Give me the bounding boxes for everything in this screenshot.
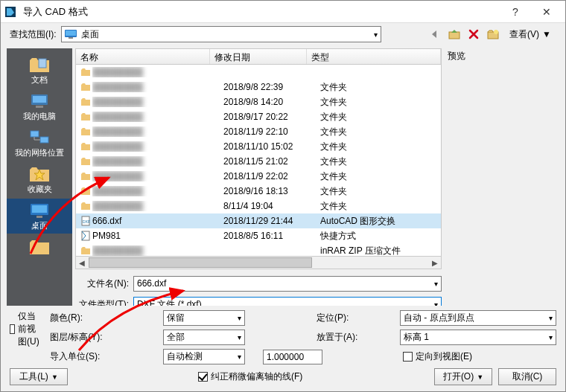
file-icon: DXF [79,216,92,226]
folder-icon [79,187,92,196]
layer-label: 图层/标高(Y): [50,331,162,344]
folder-icon [79,157,92,166]
sidebar-item-favorites[interactable]: 收藏夹 [7,162,72,197]
folder-icon [79,142,92,151]
svg-rect-23 [81,144,90,150]
delete-button[interactable] [465,26,482,42]
cancel-button[interactable]: 取消(C) [498,368,556,385]
table-row[interactable]: ████████2018/9/16 18:13文件夹 [76,184,441,199]
table-row[interactable]: PM9812018/8/5 16:11快捷方式 [76,228,441,243]
folder-icon [79,172,92,181]
tools-menu-button[interactable]: 工具(L)▼ [10,368,68,385]
window-title: 导入 CAD 格式 [23,5,500,19]
chevron-down-icon: ▾ [374,30,378,39]
lookin-value: 桌面 [81,28,99,41]
svg-rect-27 [81,204,90,210]
lookin-label: 查找范围(I): [10,28,57,41]
svg-rect-3 [449,32,460,39]
svg-rect-15 [32,205,47,213]
file-list-header: 名称 修改日期 类型 [75,48,442,65]
table-row[interactable]: ████████2018/11/5 21:02文件夹 [76,154,441,169]
filename-input[interactable]: 666.dxf ▾ [133,276,442,292]
app-icon [4,5,17,19]
svg-point-5 [494,30,498,34]
chevron-down-icon: ▾ [434,280,438,288]
svg-rect-11 [31,131,39,137]
folder-icon [79,83,92,91]
svg-rect-17 [30,242,49,254]
table-row[interactable]: DXF666.dxf2018/11/29 21:44AutoCAD 图形交换 [76,213,441,228]
svg-rect-26 [81,189,90,195]
svg-text:DXF: DXF [83,219,90,224]
unit-label: 导入单位(S): [50,350,162,363]
placeat-dropdown[interactable]: 标高 1▾ [400,330,556,345]
svg-rect-22 [81,129,90,135]
filename-label: 文件名(N): [75,277,129,290]
table-row[interactable]: ████████2018/11/10 15:02文件夹 [76,139,441,154]
scroll-left-icon[interactable]: ◀ [76,259,88,267]
open-button[interactable]: 打开(O)▼ [434,368,492,385]
orient-to-view-checkbox[interactable]: 定向到视图(E) [403,350,556,363]
checkbox-icon [403,352,413,362]
checkbox-icon [198,372,208,382]
folder-icon [79,127,92,136]
desktop-icon [65,30,77,39]
current-view-only-checkbox[interactable]: 仅当前视图(U) [10,310,44,348]
documents-icon [28,54,51,75]
svg-rect-16 [36,216,42,218]
sidebar-item-network[interactable]: 我的网络位置 [7,126,72,161]
sidebar-item-extra[interactable] [7,235,72,260]
help-button[interactable]: ? [500,1,531,22]
svg-rect-7 [39,59,46,68]
checkbox-icon [10,324,15,334]
layer-dropdown[interactable]: 全部▾ [163,330,245,345]
placeat-label: 放置于(A): [317,331,398,344]
network-icon [28,127,51,148]
svg-rect-2 [69,37,73,39]
sidebar-item-desktop[interactable]: 桌面 [7,199,72,234]
table-row[interactable]: ████████2018/11/9 22:10文件夹 [76,124,441,139]
horizontal-scrollbar[interactable]: ◀ ▶ [75,257,442,269]
table-row[interactable]: ████████2018/9/8 14:20文件夹 [76,94,441,109]
close-button[interactable]: ✕ [531,1,562,22]
new-folder-button[interactable] [485,26,501,42]
color-dropdown[interactable]: 保留▾ [163,310,245,326]
file-list[interactable]: ████████████████2018/9/8 22:39文件夹███████… [75,65,442,257]
position-label: 定位(P): [317,312,398,324]
col-name[interactable]: 名称 [76,49,210,64]
svg-rect-25 [81,174,90,180]
table-row[interactable]: ████████inRAR ZIP 压缩文件 [76,243,441,257]
svg-rect-24 [81,159,90,165]
col-date[interactable]: 修改日期 [210,49,307,64]
folder-icon [79,68,92,77]
svg-rect-20 [81,100,90,106]
lookin-dropdown[interactable]: 桌面 ▾ [61,26,381,42]
svg-rect-1 [66,30,76,36]
svg-rect-12 [40,137,48,143]
table-row[interactable]: ████████2018/9/8 22:39文件夹 [76,80,441,94]
table-row[interactable]: ████████ [76,65,441,80]
table-row[interactable]: ████████2018/9/17 20:22文件夹 [76,109,441,124]
view-menu-button[interactable]: 查看(V)▼ [504,26,556,42]
sidebar-item-computer[interactable]: 我的电脑 [7,89,72,124]
unit-factor-input[interactable]: 1.000000 [263,350,322,364]
unit-dropdown[interactable]: 自动检测▾ [163,349,245,364]
sidebar-item-documents[interactable]: 文档 [7,53,72,88]
col-type[interactable]: 类型 [307,49,441,64]
folder-icon [79,202,92,211]
back-button[interactable] [427,26,443,42]
favorites-icon [28,164,51,184]
svg-rect-21 [81,115,90,121]
scroll-right-icon[interactable]: ▶ [429,259,441,267]
scrollbar-thumb[interactable] [89,257,312,268]
folder-icon [79,112,92,121]
svg-rect-18 [81,70,90,76]
correct-offaxis-checkbox[interactable]: 纠正稍微偏离轴的线(F) [198,370,302,383]
desktop-icon [28,200,51,221]
position-dropdown[interactable]: 自动 - 原点到原点▾ [400,310,556,326]
svg-rect-9 [33,96,46,103]
table-row[interactable]: ████████2018/11/9 22:02文件夹 [76,169,441,184]
table-row[interactable]: ████████8/11/4 19:04文件夹 [76,199,441,213]
up-button[interactable] [446,26,462,42]
file-icon [79,246,92,255]
